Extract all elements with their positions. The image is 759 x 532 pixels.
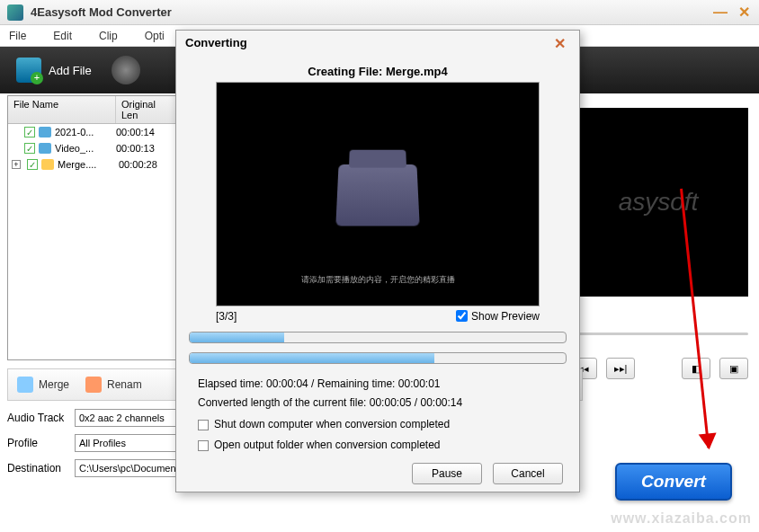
camera-button[interactable]: ▣	[719, 358, 748, 379]
progress-counter: [3/3]	[216, 310, 456, 323]
creating-file-label: Creating File: Merge.mp4	[176, 56, 579, 82]
pause-button[interactable]: Pause	[412, 463, 482, 484]
file-name: 2021-0...	[55, 127, 116, 137]
gift-box-icon	[335, 164, 419, 226]
video-file-icon	[39, 127, 51, 137]
file-list-header: File Name Original Len	[8, 96, 179, 124]
checkbox-icon[interactable]	[24, 143, 35, 154]
show-preview-toggle[interactable]: Show Preview	[456, 310, 540, 323]
rename-label: Renam	[107, 378, 142, 391]
minimize-icon[interactable]: —	[712, 6, 728, 19]
file-name: Video_...	[55, 143, 116, 154]
close-icon[interactable]: ✕	[736, 6, 752, 19]
list-item[interactable]: + Merge.... 00:00:28	[8, 156, 179, 173]
dialog-preview: 请添加需要播放的内容，开启您的精彩直播	[216, 82, 540, 306]
elapsed-time-text: Elapsed time: 00:00:04 / Remaining time:…	[198, 375, 558, 395]
convert-button[interactable]: Convert	[615, 463, 732, 501]
effect-icon[interactable]	[112, 56, 140, 84]
dialog-titlebar: Converting ✕	[176, 31, 579, 56]
expand-icon[interactable]: +	[12, 160, 21, 169]
converted-length-text: Converted length of the current file: 00…	[198, 394, 558, 413]
add-file-label: Add File	[49, 64, 92, 77]
show-preview-label: Show Preview	[471, 310, 540, 323]
destination-label: Destination	[7, 462, 75, 474]
show-preview-checkbox[interactable]	[456, 310, 468, 322]
menu-file[interactable]: File	[9, 30, 26, 42]
shutdown-option[interactable]: Shut down computer when conversion compl…	[198, 415, 558, 435]
list-item[interactable]: 2021-0... 00:00:14	[8, 124, 179, 140]
skip-forward-button[interactable]: ▸▸|	[606, 358, 635, 379]
preview-watermark: asysoft	[619, 188, 699, 217]
snapshot-button[interactable]: ◧	[682, 358, 710, 379]
file-length: 00:00:14	[116, 127, 170, 137]
file-list: File Name Original Len 2021-0... 00:00:1…	[7, 95, 180, 360]
add-file-icon	[16, 58, 41, 83]
folder-icon	[41, 159, 54, 170]
profile-label: Profile	[7, 437, 75, 449]
cancel-button[interactable]: Cancel	[493, 463, 563, 484]
titlebar: 4Easysoft Mod Converter — ✕	[0, 0, 759, 25]
converting-dialog: Converting ✕ Creating File: Merge.mp4 请添…	[175, 30, 580, 492]
checkbox-icon[interactable]	[27, 159, 38, 170]
dialog-close-icon[interactable]: ✕	[554, 35, 570, 51]
file-name: Merge....	[58, 159, 119, 170]
rename-button[interactable]: Renam	[85, 377, 142, 393]
video-preview: asysoft	[568, 108, 748, 297]
app-logo-icon	[7, 4, 23, 21]
shutdown-label: Shut down computer when conversion compl…	[214, 415, 450, 435]
site-watermark: www.xiazaiba.com	[611, 510, 752, 527]
open-folder-label: Open output folder when conversion compl…	[214, 436, 441, 456]
seek-track[interactable]	[568, 332, 748, 335]
menu-clip[interactable]: Clip	[99, 30, 118, 42]
rename-icon	[85, 377, 102, 393]
merge-icon	[17, 377, 33, 393]
menu-edit[interactable]: Edit	[53, 30, 72, 42]
add-file-button[interactable]: Add File	[7, 54, 101, 86]
dialog-title: Converting	[185, 36, 247, 49]
progress-bar-current	[189, 332, 567, 343]
menu-options[interactable]: Opti	[145, 30, 165, 42]
file-length: 00:00:13	[116, 143, 170, 154]
list-item[interactable]: Video_... 00:00:13	[8, 140, 179, 156]
preview-panel: asysoft	[568, 108, 748, 324]
preview-caption: 请添加需要播放的内容，开启您的精彩直播	[217, 274, 539, 286]
col-length[interactable]: Original Len	[116, 96, 179, 123]
file-length: 00:00:28	[119, 159, 173, 170]
checkbox-icon[interactable]	[198, 440, 209, 451]
checkbox-icon[interactable]	[24, 127, 35, 137]
merge-label: Merge	[39, 378, 69, 391]
player-controls: |◂◂ ▸▸| ◧ ▣	[568, 332, 748, 377]
open-folder-option[interactable]: Open output folder when conversion compl…	[198, 436, 558, 456]
merge-button[interactable]: Merge	[17, 377, 69, 393]
col-filename[interactable]: File Name	[8, 96, 116, 123]
video-file-icon	[39, 143, 51, 154]
checkbox-icon[interactable]	[198, 420, 209, 430]
progress-bar-total	[189, 352, 567, 364]
audio-track-label: Audio Track	[7, 412, 75, 424]
app-title: 4Easysoft Mod Converter	[31, 5, 712, 19]
